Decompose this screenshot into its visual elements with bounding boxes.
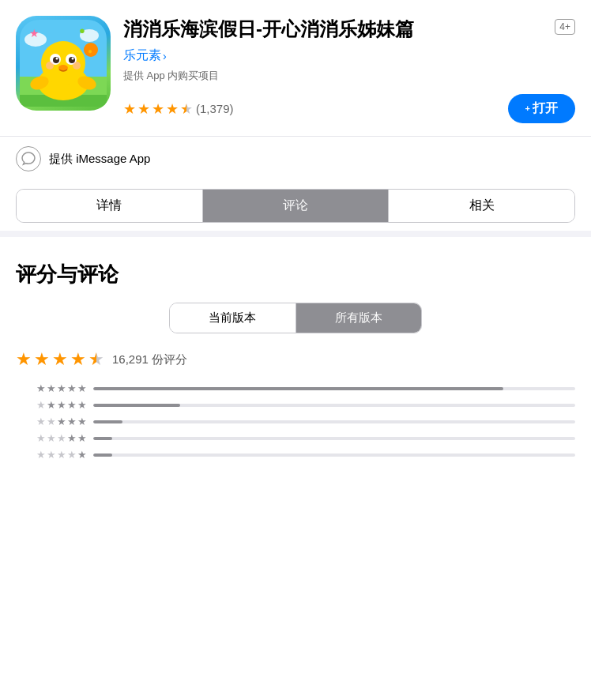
svg-point-17 (73, 62, 81, 70)
bar-stars-1: ★ ★ ★ ★ ★ (16, 449, 87, 461)
tab-details[interactable]: 详情 (17, 190, 202, 222)
big-star-5: ★ (88, 349, 104, 370)
section-divider (0, 231, 591, 237)
big-star-4: ★ (70, 349, 86, 370)
all-versions-btn[interactable]: 所有版本 (296, 303, 422, 333)
rating-bars: ★ ★ ★ ★ ★ ★ ★ ★ ★ ★ (16, 382, 575, 476)
star-5-half: ★ (180, 100, 193, 118)
app-title-row: 消消乐海滨假日-开心消消乐姊妹篇 4+ (123, 17, 575, 41)
bar-stars-5: ★ ★ ★ ★ ★ (16, 382, 87, 394)
imessage-text: 提供 iMessage App (49, 152, 150, 167)
rating-open-row: ★ ★ ★ ★ ★ (1,379) + 打开 (123, 94, 575, 123)
tab-reviews[interactable]: 评论 (203, 190, 389, 222)
bar-row-5: ★ ★ ★ ★ ★ (16, 382, 575, 394)
tab-related[interactable]: 相关 (389, 190, 574, 222)
developer-link[interactable]: 乐元素 › (123, 47, 575, 64)
iap-text: 提供 App 内购买项目 (123, 69, 575, 83)
star-1: ★ (123, 100, 136, 118)
score-row: ★ ★ ★ ★ ★ 16,291 份评分 (16, 349, 575, 370)
svg-point-16 (46, 62, 54, 70)
bar-fill-5 (93, 387, 503, 390)
age-badge: 4+ (555, 19, 575, 35)
star-3: ★ (152, 100, 164, 118)
svg-text:★: ★ (29, 27, 40, 40)
current-version-btn[interactable]: 当前版本 (170, 303, 296, 333)
bar-stars-2: ★ ★ ★ ★ ★ (16, 432, 87, 444)
bar-row-2: ★ ★ ★ ★ ★ (16, 432, 575, 444)
bar-stars-4: ★ ★ ★ ★ ★ (16, 399, 87, 411)
plus-icon: + (525, 104, 530, 113)
star-4: ★ (166, 100, 179, 118)
app-header: ★ ● (0, 0, 591, 136)
open-button[interactable]: + 打开 (508, 94, 575, 123)
svg-point-14 (72, 58, 74, 60)
score-count: 16,291 份评分 (112, 352, 187, 367)
svg-text:●: ● (88, 47, 92, 55)
bar-track-5 (93, 387, 575, 390)
rating-count: (1,379) (196, 102, 234, 115)
star-2: ★ (137, 100, 150, 118)
big-rating-stars: ★ ★ ★ ★ ★ (16, 349, 104, 370)
imessage-icon (16, 146, 41, 171)
big-star-3: ★ (52, 349, 68, 370)
svg-text:●: ● (79, 24, 85, 36)
open-button-label: 打开 (533, 100, 558, 117)
big-star-2: ★ (34, 349, 50, 370)
bar-track-4 (93, 404, 575, 407)
stars-row: ★ ★ ★ ★ ★ (1,379) (123, 100, 234, 118)
tab-bar: 详情 评论 相关 (16, 189, 575, 223)
ratings-title: 评分与评论 (16, 261, 575, 288)
bar-fill-2 (93, 437, 112, 440)
bar-track-3 (93, 420, 575, 423)
bar-row-3: ★ ★ ★ ★ ★ (16, 416, 575, 427)
bar-row-4: ★ ★ ★ ★ ★ (16, 399, 575, 411)
imessage-row: 提供 iMessage App (0, 136, 591, 181)
bar-stars-3: ★ ★ ★ ★ ★ (16, 416, 87, 427)
bar-fill-3 (93, 420, 122, 423)
bar-fill-1 (93, 453, 112, 457)
svg-point-13 (56, 58, 58, 60)
bar-fill-4 (93, 404, 180, 407)
chevron-right-icon: › (163, 50, 167, 62)
rating-stars: ★ ★ ★ ★ ★ (123, 100, 193, 118)
ratings-section: 评分与评论 当前版本 所有版本 ★ ★ ★ ★ ★ 16,291 份评分 ★ ★… (0, 245, 591, 476)
app-icon: ★ ● (16, 16, 111, 111)
developer-name: 乐元素 (123, 47, 161, 64)
app-info: 消消乐海滨假日-开心消消乐姊妹篇 4+ 乐元素 › 提供 App 内购买项目 ★… (123, 16, 575, 123)
bar-row-1: ★ ★ ★ ★ ★ (16, 449, 575, 461)
big-star-1: ★ (16, 349, 32, 370)
bar-track-2 (93, 437, 575, 440)
app-title: 消消乐海滨假日-开心消消乐姊妹篇 (123, 17, 555, 41)
bar-track-1 (93, 453, 575, 457)
version-toggle: 当前版本 所有版本 (169, 303, 422, 333)
